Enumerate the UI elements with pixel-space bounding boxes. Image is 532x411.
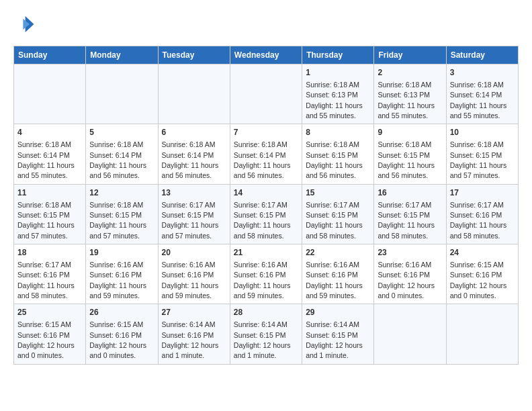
header-saturday: Saturday [446,46,518,64]
day-info: Sunrise: 6:16 AM Sunset: 6:16 PM Dayligh… [378,261,435,300]
calendar-cell: 12Sunrise: 6:18 AM Sunset: 6:15 PM Dayli… [86,184,158,244]
calendar-cell: 1Sunrise: 6:18 AM Sunset: 6:13 PM Daylig… [302,64,374,124]
day-number: 12 [89,187,154,199]
day-number: 29 [306,307,370,318]
calendar-cell: 4Sunrise: 6:18 AM Sunset: 6:14 PM Daylig… [14,124,86,184]
day-info: Sunrise: 6:15 AM Sunset: 6:16 PM Dayligh… [89,320,146,359]
calendar-cell: 26Sunrise: 6:15 AM Sunset: 6:16 PM Dayli… [86,304,158,364]
day-number: 2 [378,67,442,79]
header-tuesday: Tuesday [158,46,230,64]
day-info: Sunrise: 6:15 AM Sunset: 6:16 PM Dayligh… [17,320,75,359]
day-number: 28 [234,307,298,318]
day-number: 3 [450,67,515,79]
calendar-cell: 7Sunrise: 6:18 AM Sunset: 6:14 PM Daylig… [230,124,302,184]
calendar-cell: 10Sunrise: 6:18 AM Sunset: 6:15 PM Dayli… [446,124,518,184]
calendar-week-5: 25Sunrise: 6:15 AM Sunset: 6:16 PM Dayli… [14,304,519,364]
day-info: Sunrise: 6:15 AM Sunset: 6:16 PM Dayligh… [450,261,507,300]
calendar-cell: 24Sunrise: 6:15 AM Sunset: 6:16 PM Dayli… [446,244,518,304]
day-info: Sunrise: 6:18 AM Sunset: 6:13 PM Dayligh… [378,81,435,120]
day-info: Sunrise: 6:17 AM Sunset: 6:16 PM Dayligh… [450,201,507,240]
day-number: 19 [89,247,154,259]
calendar-cell: 20Sunrise: 6:16 AM Sunset: 6:16 PM Dayli… [158,244,230,304]
calendar-week-3: 11Sunrise: 6:18 AM Sunset: 6:15 PM Dayli… [14,184,519,244]
calendar-cell: 22Sunrise: 6:16 AM Sunset: 6:16 PM Dayli… [302,244,374,304]
day-info: Sunrise: 6:18 AM Sunset: 6:15 PM Dayligh… [89,201,146,240]
day-info: Sunrise: 6:17 AM Sunset: 6:15 PM Dayligh… [306,201,363,240]
calendar-cell: 6Sunrise: 6:18 AM Sunset: 6:14 PM Daylig… [158,124,230,184]
day-info: Sunrise: 6:16 AM Sunset: 6:16 PM Dayligh… [162,261,219,300]
day-number: 4 [17,127,82,138]
calendar-cell [230,64,302,124]
day-number: 11 [17,187,82,199]
calendar-cell: 9Sunrise: 6:18 AM Sunset: 6:15 PM Daylig… [374,124,446,184]
calendar-cell: 8Sunrise: 6:18 AM Sunset: 6:15 PM Daylig… [302,124,374,184]
calendar-header-row: SundayMondayTuesdayWednesdayThursdayFrid… [14,46,519,64]
day-number: 18 [17,247,82,259]
day-number: 6 [162,127,226,138]
calendar-week-1: 1Sunrise: 6:18 AM Sunset: 6:13 PM Daylig… [14,64,519,124]
calendar-cell: 28Sunrise: 6:14 AM Sunset: 6:15 PM Dayli… [230,304,302,364]
day-number: 9 [378,127,442,138]
day-info: Sunrise: 6:14 AM Sunset: 6:15 PM Dayligh… [306,320,363,359]
calendar-cell: 3Sunrise: 6:18 AM Sunset: 6:14 PM Daylig… [446,64,518,124]
header-thursday: Thursday [302,46,374,64]
calendar-cell: 5Sunrise: 6:18 AM Sunset: 6:14 PM Daylig… [86,124,158,184]
calendar-cell [158,64,230,124]
calendar-cell: 16Sunrise: 6:17 AM Sunset: 6:15 PM Dayli… [374,184,446,244]
day-info: Sunrise: 6:18 AM Sunset: 6:14 PM Dayligh… [234,140,291,179]
calendar-week-4: 18Sunrise: 6:17 AM Sunset: 6:16 PM Dayli… [14,244,519,304]
day-number: 27 [162,307,226,318]
day-info: Sunrise: 6:17 AM Sunset: 6:16 PM Dayligh… [17,261,75,300]
calendar-cell: 29Sunrise: 6:14 AM Sunset: 6:15 PM Dayli… [302,304,374,364]
calendar-cell: 17Sunrise: 6:17 AM Sunset: 6:16 PM Dayli… [446,184,518,244]
calendar-cell: 21Sunrise: 6:16 AM Sunset: 6:16 PM Dayli… [230,244,302,304]
calendar-table: SundayMondayTuesdayWednesdayThursdayFrid… [13,46,519,365]
calendar-cell: 13Sunrise: 6:17 AM Sunset: 6:15 PM Dayli… [158,184,230,244]
day-info: Sunrise: 6:18 AM Sunset: 6:15 PM Dayligh… [450,140,507,179]
day-number: 7 [234,127,298,138]
calendar-cell: 18Sunrise: 6:17 AM Sunset: 6:16 PM Dayli… [14,244,86,304]
calendar-cell: 11Sunrise: 6:18 AM Sunset: 6:15 PM Dayli… [14,184,86,244]
day-info: Sunrise: 6:17 AM Sunset: 6:15 PM Dayligh… [234,201,291,240]
calendar-cell: 2Sunrise: 6:18 AM Sunset: 6:13 PM Daylig… [374,64,446,124]
day-info: Sunrise: 6:16 AM Sunset: 6:16 PM Dayligh… [306,261,363,300]
day-info: Sunrise: 6:14 AM Sunset: 6:15 PM Dayligh… [234,320,291,359]
day-info: Sunrise: 6:16 AM Sunset: 6:16 PM Dayligh… [89,261,146,300]
calendar-cell [86,64,158,124]
day-number: 23 [378,247,442,259]
day-info: Sunrise: 6:18 AM Sunset: 6:15 PM Dayligh… [17,201,75,240]
day-number: 15 [306,187,370,199]
day-number: 17 [450,187,515,199]
day-number: 10 [450,127,515,138]
day-number: 5 [89,127,154,138]
calendar-cell [374,304,446,364]
day-number: 26 [89,307,154,318]
day-number: 24 [450,247,515,259]
day-number: 20 [162,247,226,259]
calendar-cell [14,64,86,124]
calendar-cell: 27Sunrise: 6:14 AM Sunset: 6:16 PM Dayli… [158,304,230,364]
logo-icon [13,13,35,35]
calendar-cell: 15Sunrise: 6:17 AM Sunset: 6:15 PM Dayli… [302,184,374,244]
day-number: 14 [234,187,298,199]
day-number: 25 [17,307,82,318]
day-number: 1 [306,67,370,79]
day-info: Sunrise: 6:18 AM Sunset: 6:14 PM Dayligh… [17,140,75,179]
day-info: Sunrise: 6:18 AM Sunset: 6:14 PM Dayligh… [450,81,507,120]
header-sunday: Sunday [14,46,86,64]
page-header [13,13,519,35]
logo [13,13,38,35]
day-info: Sunrise: 6:16 AM Sunset: 6:16 PM Dayligh… [234,261,291,300]
day-info: Sunrise: 6:17 AM Sunset: 6:15 PM Dayligh… [162,201,219,240]
day-info: Sunrise: 6:18 AM Sunset: 6:15 PM Dayligh… [306,140,363,179]
calendar-cell: 14Sunrise: 6:17 AM Sunset: 6:15 PM Dayli… [230,184,302,244]
day-info: Sunrise: 6:18 AM Sunset: 6:14 PM Dayligh… [89,140,146,179]
day-info: Sunrise: 6:14 AM Sunset: 6:16 PM Dayligh… [162,320,219,359]
header-friday: Friday [374,46,446,64]
calendar-week-2: 4Sunrise: 6:18 AM Sunset: 6:14 PM Daylig… [14,124,519,184]
day-number: 16 [378,187,442,199]
day-info: Sunrise: 6:18 AM Sunset: 6:15 PM Dayligh… [378,140,435,179]
calendar-cell: 23Sunrise: 6:16 AM Sunset: 6:16 PM Dayli… [374,244,446,304]
day-number: 22 [306,247,370,259]
day-number: 13 [162,187,226,199]
